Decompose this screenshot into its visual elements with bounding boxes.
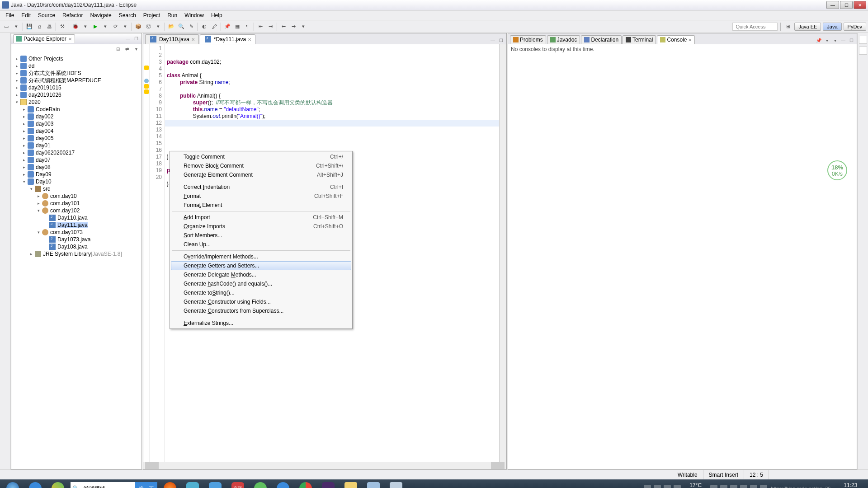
minimize-button[interactable]: — — [826, 1, 839, 9]
context-menu-item[interactable]: Override/Implement Methods... — [171, 252, 351, 261]
dropdown-icon[interactable]: ▾ — [154, 22, 163, 31]
annotation-column[interactable] — [143, 44, 150, 462]
app-button[interactable] — [363, 480, 384, 488]
perspective-javaee[interactable]: Java EE — [794, 23, 821, 31]
system-tray[interactable]: 17°CCPU温度 https://blog.csdn.net/qq_36...… — [644, 483, 866, 488]
warning-icon[interactable] — [144, 84, 149, 89]
pin-console-icon[interactable]: 📌 — [815, 37, 822, 44]
block-sel-button[interactable]: ▦ — [233, 22, 242, 31]
dropdown-icon[interactable]: ▾ — [12, 22, 21, 31]
search-button[interactable]: 🔍 — [177, 22, 186, 31]
tree-node[interactable]: ▸分布式文件系统HDFS — [12, 70, 141, 77]
tree-node[interactable]: ▸dd — [12, 62, 141, 70]
tree-node[interactable]: Day111.java — [12, 221, 141, 229]
tree-node[interactable]: ▸分布式编程框架MAPREDUCE — [12, 77, 141, 84]
tree-node[interactable]: ▸day0620200217 — [12, 149, 141, 156]
close-button[interactable]: ✕ — [854, 1, 866, 9]
app-button[interactable]: 有道 — [227, 480, 249, 488]
tab-console[interactable]: Console✕ — [657, 35, 695, 44]
tree-node[interactable]: ▸day08 — [12, 164, 141, 171]
outline-icon[interactable] — [859, 36, 867, 44]
clock[interactable]: 11:232020/4/23 — [839, 483, 863, 488]
firefox-button[interactable] — [159, 480, 181, 488]
ie-button[interactable] — [272, 480, 294, 488]
toggle-button[interactable]: ◐ — [200, 22, 209, 31]
taskbar-search[interactable]: 🔍 搜一下 — [71, 482, 157, 488]
dropdown-icon[interactable]: ▾ — [81, 22, 90, 31]
context-menu-item[interactable]: Generate hashCode() and equals()... — [171, 279, 351, 288]
next-annotation-button[interactable]: ⇥ — [266, 22, 275, 31]
tab-problems[interactable]: Problems — [510, 35, 546, 44]
display-console-icon[interactable]: ▾ — [823, 37, 830, 44]
perspective-pydev[interactable]: PyDev — [844, 23, 866, 31]
tray-icon[interactable] — [740, 485, 747, 488]
context-menu-item[interactable]: Format Element — [171, 201, 351, 210]
menu-search[interactable]: Search — [115, 11, 140, 19]
tab-javadoc[interactable]: Javadoc — [547, 35, 580, 44]
tray-icon[interactable] — [720, 485, 727, 488]
tray-icon[interactable] — [730, 485, 737, 488]
tree-node[interactable]: Day1073.java — [12, 236, 141, 243]
tree-node[interactable]: ▸JRE System Library [JavaSE-1.8] — [12, 250, 141, 258]
context-menu-item[interactable]: Generate Element CommentAlt+Shift+J — [171, 170, 351, 179]
tree-node[interactable]: ▸com.day10 — [12, 192, 141, 200]
tree-node[interactable]: ▸com.day101 — [12, 200, 141, 207]
show-whitespace-button[interactable]: ¶ — [243, 22, 252, 31]
tree-node[interactable]: ▾com.day102 — [12, 207, 141, 214]
menu-edit[interactable]: Edit — [18, 11, 34, 19]
tree-node[interactable]: ▸day004 — [12, 127, 141, 135]
forward-button[interactable]: ➡ — [289, 22, 298, 31]
build-button[interactable]: ⚒ — [58, 22, 67, 31]
collapse-all-icon[interactable]: ⊟ — [114, 46, 122, 53]
tree-node[interactable]: Day108.java — [12, 243, 141, 250]
context-menu-item[interactable]: Generate Getters and Setters... — [171, 261, 351, 270]
tab-declaration[interactable]: Declaration — [581, 35, 622, 44]
dropdown-icon[interactable]: ▾ — [101, 22, 110, 31]
tab-terminal[interactable]: Terminal — [623, 35, 656, 44]
run-button[interactable]: ▶ — [91, 22, 100, 31]
package-explorer-tab[interactable]: Package Explorer ✕ — [13, 34, 75, 43]
context-menu-item[interactable]: Sort Members... — [171, 231, 351, 240]
debug-button[interactable]: 🐞 — [71, 22, 80, 31]
horizontal-scrollbar[interactable] — [143, 462, 506, 469]
prev-annotation-button[interactable]: ⇤ — [256, 22, 265, 31]
context-menu-item[interactable]: Generate Constructors from Superclass... — [171, 306, 351, 315]
eclipse-button[interactable] — [317, 480, 339, 488]
app-button[interactable] — [385, 480, 407, 488]
tree-node[interactable]: ▸day003 — [12, 120, 141, 127]
menu-run[interactable]: Run — [164, 11, 181, 19]
save-button[interactable]: 💾 — [25, 22, 34, 31]
context-menu-item[interactable]: Externalize Strings... — [171, 319, 351, 328]
app-button[interactable] — [47, 480, 69, 488]
tree-node[interactable]: ▸day005 — [12, 135, 141, 142]
app-button[interactable] — [250, 480, 271, 488]
menu-help[interactable]: Help — [208, 11, 226, 19]
tree-node[interactable]: ▸CodeRain — [12, 106, 141, 113]
package-tree[interactable]: ▸Other Projects▸dd▸分布式文件系统HDFS▸分布式编程框架MA… — [11, 54, 142, 469]
tree-node[interactable]: Day110.java — [12, 214, 141, 221]
menu-window[interactable]: Window — [181, 11, 208, 19]
tray-icon[interactable] — [760, 485, 767, 488]
warning-icon[interactable] — [144, 89, 149, 94]
menu-project[interactable]: Project — [140, 11, 164, 19]
editor-tab[interactable]: *Day111.java✕ — [200, 34, 255, 44]
info-icon[interactable] — [144, 79, 149, 83]
tree-node[interactable]: ▸day07 — [12, 156, 141, 164]
tray-icon[interactable] — [750, 485, 757, 488]
tasklist-icon[interactable] — [859, 47, 867, 55]
start-button[interactable] — [2, 480, 24, 488]
tray-icon[interactable] — [644, 485, 651, 488]
menu-source[interactable]: Source — [34, 11, 59, 19]
close-icon[interactable]: ✕ — [248, 37, 251, 42]
app-button[interactable] — [182, 480, 203, 488]
context-menu-item[interactable]: Generate Delegate Methods... — [171, 270, 351, 279]
context-menu-item[interactable]: Generate Constructor using Fields... — [171, 297, 351, 306]
run-last-button[interactable]: ⟳ — [111, 22, 120, 31]
tray-icon[interactable] — [654, 485, 661, 488]
dropdown-icon[interactable]: ▾ — [121, 22, 130, 31]
editor-tab[interactable]: Day110.java✕ — [145, 34, 199, 44]
print-button[interactable]: 🖶 — [45, 22, 54, 31]
minimize-icon[interactable]: — — [489, 37, 496, 44]
vertical-scrollbar[interactable] — [499, 44, 506, 462]
line-number-gutter[interactable]: 1234567891011121314151617181920 — [150, 44, 165, 462]
